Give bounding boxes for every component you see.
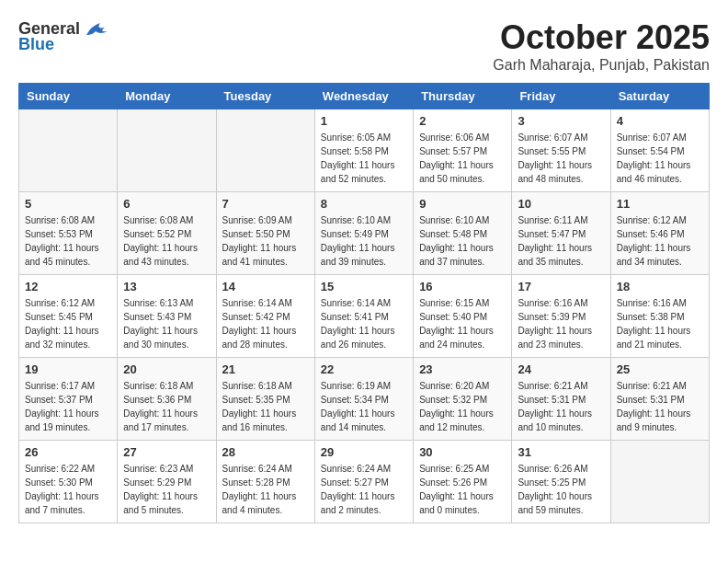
day-info: Sunrise: 6:07 AM Sunset: 5:54 PM Dayligh… xyxy=(617,131,703,186)
day-info: Sunrise: 6:21 AM Sunset: 5:31 PM Dayligh… xyxy=(518,379,604,434)
weekday-header-monday: Monday xyxy=(118,84,216,109)
weekday-header-friday: Friday xyxy=(512,84,610,109)
day-number: 10 xyxy=(518,197,604,211)
day-number: 22 xyxy=(321,362,407,376)
day-number: 27 xyxy=(123,445,210,459)
calendar-cell: 23Sunrise: 6:20 AM Sunset: 5:32 PM Dayli… xyxy=(414,358,512,441)
weekday-header-row: SundayMondayTuesdayWednesdayThursdayFrid… xyxy=(19,84,710,109)
calendar-cell xyxy=(118,109,216,192)
day-number: 30 xyxy=(419,445,506,459)
calendar-cell: 22Sunrise: 6:19 AM Sunset: 5:34 PM Dayli… xyxy=(314,358,413,441)
location-title: Garh Maharaja, Punjab, Pakistan xyxy=(493,57,710,74)
calendar-cell: 19Sunrise: 6:17 AM Sunset: 5:37 PM Dayli… xyxy=(19,358,118,441)
logo: General Blue xyxy=(18,18,109,54)
calendar-cell: 3Sunrise: 6:07 AM Sunset: 5:55 PM Daylig… xyxy=(512,109,610,192)
day-info: Sunrise: 6:08 AM Sunset: 5:53 PM Dayligh… xyxy=(25,213,111,269)
day-number: 18 xyxy=(617,280,703,293)
day-info: Sunrise: 6:18 AM Sunset: 5:36 PM Dayligh… xyxy=(123,379,210,434)
calendar-cell xyxy=(610,441,709,523)
day-number: 9 xyxy=(419,197,506,211)
calendar-cell: 31Sunrise: 6:26 AM Sunset: 5:25 PM Dayli… xyxy=(512,441,610,523)
calendar-cell: 24Sunrise: 6:21 AM Sunset: 5:31 PM Dayli… xyxy=(512,358,610,441)
calendar-table: SundayMondayTuesdayWednesdayThursdayFrid… xyxy=(18,83,710,523)
day-number: 7 xyxy=(222,197,309,211)
day-info: Sunrise: 6:09 AM Sunset: 5:50 PM Dayligh… xyxy=(222,213,309,269)
day-number: 29 xyxy=(321,445,407,459)
day-info: Sunrise: 6:11 AM Sunset: 5:47 PM Dayligh… xyxy=(518,213,604,269)
calendar-cell: 9Sunrise: 6:10 AM Sunset: 5:48 PM Daylig… xyxy=(414,192,512,275)
calendar-cell: 11Sunrise: 6:12 AM Sunset: 5:46 PM Dayli… xyxy=(610,192,709,275)
logo-bird-icon xyxy=(82,18,109,39)
calendar-row-2: 12Sunrise: 6:12 AM Sunset: 5:45 PM Dayli… xyxy=(19,275,710,358)
month-title: October 2025 xyxy=(493,18,710,57)
day-number: 25 xyxy=(617,362,703,376)
day-info: Sunrise: 6:06 AM Sunset: 5:57 PM Dayligh… xyxy=(419,131,506,186)
day-info: Sunrise: 6:16 AM Sunset: 5:39 PM Dayligh… xyxy=(518,296,604,351)
calendar-cell: 6Sunrise: 6:08 AM Sunset: 5:52 PM Daylig… xyxy=(118,192,216,275)
day-info: Sunrise: 6:12 AM Sunset: 5:46 PM Dayligh… xyxy=(617,213,703,269)
calendar-row-4: 26Sunrise: 6:22 AM Sunset: 5:30 PM Dayli… xyxy=(19,441,710,523)
day-info: Sunrise: 6:19 AM Sunset: 5:34 PM Dayligh… xyxy=(321,379,407,434)
calendar-row-1: 5Sunrise: 6:08 AM Sunset: 5:53 PM Daylig… xyxy=(19,192,710,275)
day-info: Sunrise: 6:20 AM Sunset: 5:32 PM Dayligh… xyxy=(419,379,506,434)
calendar-cell: 14Sunrise: 6:14 AM Sunset: 5:42 PM Dayli… xyxy=(216,275,314,358)
logo-blue-text: Blue xyxy=(18,35,54,54)
day-number: 31 xyxy=(518,445,604,459)
day-info: Sunrise: 6:17 AM Sunset: 5:37 PM Dayligh… xyxy=(25,379,111,434)
calendar-row-3: 19Sunrise: 6:17 AM Sunset: 5:37 PM Dayli… xyxy=(19,358,710,441)
calendar-cell: 4Sunrise: 6:07 AM Sunset: 5:54 PM Daylig… xyxy=(610,109,709,192)
day-info: Sunrise: 6:21 AM Sunset: 5:31 PM Dayligh… xyxy=(617,379,703,434)
calendar-cell: 28Sunrise: 6:24 AM Sunset: 5:28 PM Dayli… xyxy=(216,441,314,523)
day-number: 26 xyxy=(25,445,111,459)
day-info: Sunrise: 6:10 AM Sunset: 5:48 PM Dayligh… xyxy=(419,213,506,269)
day-info: Sunrise: 6:22 AM Sunset: 5:30 PM Dayligh… xyxy=(25,462,111,517)
calendar-cell: 16Sunrise: 6:15 AM Sunset: 5:40 PM Dayli… xyxy=(414,275,512,358)
day-number: 15 xyxy=(321,280,407,293)
weekday-header-saturday: Saturday xyxy=(610,84,709,109)
calendar-cell: 7Sunrise: 6:09 AM Sunset: 5:50 PM Daylig… xyxy=(216,192,314,275)
day-info: Sunrise: 6:12 AM Sunset: 5:45 PM Dayligh… xyxy=(25,296,111,351)
calendar-cell: 2Sunrise: 6:06 AM Sunset: 5:57 PM Daylig… xyxy=(414,109,512,192)
day-info: Sunrise: 6:10 AM Sunset: 5:49 PM Dayligh… xyxy=(321,213,407,269)
day-number: 6 xyxy=(123,197,210,211)
calendar-cell: 12Sunrise: 6:12 AM Sunset: 5:45 PM Dayli… xyxy=(19,275,118,358)
day-number: 12 xyxy=(25,280,111,293)
calendar-cell: 15Sunrise: 6:14 AM Sunset: 5:41 PM Dayli… xyxy=(314,275,413,358)
weekday-header-tuesday: Tuesday xyxy=(216,84,314,109)
calendar-row-0: 1Sunrise: 6:05 AM Sunset: 5:58 PM Daylig… xyxy=(19,109,710,192)
day-number: 20 xyxy=(123,362,210,376)
day-number: 5 xyxy=(25,197,111,211)
day-number: 24 xyxy=(518,362,604,376)
day-number: 1 xyxy=(321,114,407,128)
day-number: 3 xyxy=(518,114,604,128)
day-info: Sunrise: 6:16 AM Sunset: 5:38 PM Dayligh… xyxy=(617,296,703,351)
calendar-cell: 25Sunrise: 6:21 AM Sunset: 5:31 PM Dayli… xyxy=(610,358,709,441)
day-info: Sunrise: 6:14 AM Sunset: 5:41 PM Dayligh… xyxy=(321,296,407,351)
day-number: 19 xyxy=(25,362,111,376)
weekday-header-sunday: Sunday xyxy=(19,84,118,109)
day-number: 11 xyxy=(617,197,703,211)
page-header: General Blue October 2025 Garh Maharaja,… xyxy=(18,18,710,74)
day-info: Sunrise: 6:25 AM Sunset: 5:26 PM Dayligh… xyxy=(419,462,506,517)
day-info: Sunrise: 6:24 AM Sunset: 5:27 PM Dayligh… xyxy=(321,462,407,517)
day-info: Sunrise: 6:07 AM Sunset: 5:55 PM Dayligh… xyxy=(518,131,604,186)
calendar-cell: 30Sunrise: 6:25 AM Sunset: 5:26 PM Dayli… xyxy=(414,441,512,523)
calendar-cell: 27Sunrise: 6:23 AM Sunset: 5:29 PM Dayli… xyxy=(118,441,216,523)
calendar-cell: 17Sunrise: 6:16 AM Sunset: 5:39 PM Dayli… xyxy=(512,275,610,358)
day-number: 2 xyxy=(419,114,506,128)
day-number: 16 xyxy=(419,280,506,293)
day-number: 13 xyxy=(123,280,210,293)
calendar-cell xyxy=(19,109,118,192)
calendar-cell: 21Sunrise: 6:18 AM Sunset: 5:35 PM Dayli… xyxy=(216,358,314,441)
calendar-cell: 26Sunrise: 6:22 AM Sunset: 5:30 PM Dayli… xyxy=(19,441,118,523)
day-number: 14 xyxy=(222,280,309,293)
calendar-cell: 5Sunrise: 6:08 AM Sunset: 5:53 PM Daylig… xyxy=(19,192,118,275)
calendar-cell: 13Sunrise: 6:13 AM Sunset: 5:43 PM Dayli… xyxy=(118,275,216,358)
day-info: Sunrise: 6:23 AM Sunset: 5:29 PM Dayligh… xyxy=(123,462,210,517)
weekday-header-wednesday: Wednesday xyxy=(314,84,413,109)
day-number: 21 xyxy=(222,362,309,376)
day-info: Sunrise: 6:13 AM Sunset: 5:43 PM Dayligh… xyxy=(123,296,210,351)
calendar-cell: 8Sunrise: 6:10 AM Sunset: 5:49 PM Daylig… xyxy=(314,192,413,275)
calendar-cell: 1Sunrise: 6:05 AM Sunset: 5:58 PM Daylig… xyxy=(314,109,413,192)
day-info: Sunrise: 6:18 AM Sunset: 5:35 PM Dayligh… xyxy=(222,379,309,434)
